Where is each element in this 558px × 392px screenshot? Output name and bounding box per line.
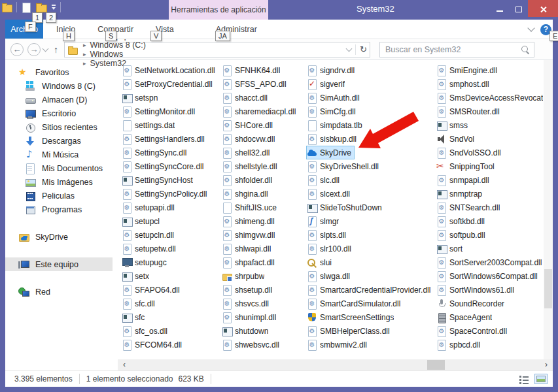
file-item[interactable]: shunimpl.dll bbox=[221, 310, 279, 324]
horizontal-scrollbar-thumb[interactable] bbox=[427, 360, 445, 370]
file-item[interactable]: shutdown bbox=[221, 324, 271, 338]
file-item[interactable]: ShiftJIS.uce bbox=[221, 201, 280, 214]
file-item[interactable]: SmiEngine.dll bbox=[436, 63, 500, 77]
sidebar-item[interactable]: Sitios recientes bbox=[5, 120, 113, 134]
file-item[interactable]: snmpapi.dll bbox=[436, 173, 493, 187]
file-item[interactable]: shacct.dll bbox=[221, 91, 271, 105]
file-item[interactable]: sisbkup.dll bbox=[306, 132, 360, 146]
breadcrumb-item[interactable]: ▸Windows bbox=[79, 50, 146, 59]
horizontal-scrollbar[interactable]: ‹ › bbox=[118, 359, 553, 370]
file-item[interactable]: setupcl bbox=[121, 214, 163, 228]
maximize-button[interactable] bbox=[509, 0, 528, 17]
file-item[interactable]: SpaceAgent bbox=[436, 310, 495, 324]
file-item[interactable]: SortWindows61.dll bbox=[436, 283, 517, 297]
sidebar-item[interactable]: Almacen (D) bbox=[5, 93, 113, 106]
file-item[interactable]: SettingSyncPolicy.dll bbox=[121, 187, 211, 201]
minimize-button[interactable] bbox=[490, 0, 509, 17]
large-icons-view-icon[interactable] bbox=[534, 374, 548, 384]
file-item[interactable]: sfc_os.dll bbox=[121, 324, 171, 338]
address-dropdown-chevron-icon[interactable] bbox=[346, 45, 353, 52]
file-item[interactable]: SHCore.dll bbox=[221, 118, 276, 132]
sidebar-item[interactable]: Escritorio bbox=[5, 106, 113, 120]
file-item[interactable]: settings.dat bbox=[121, 118, 178, 132]
breadcrumb-item[interactable]: ▸Windows 8 (C:) bbox=[79, 41, 146, 50]
file-item[interactable]: SnippingTool bbox=[436, 159, 498, 173]
file-item[interactable]: slwga.dll bbox=[306, 269, 353, 283]
sidebar-item[interactable]: Mis Documentos bbox=[5, 161, 113, 175]
file-item[interactable]: setupcln.dll bbox=[121, 228, 177, 242]
sidebar-item[interactable]: Red bbox=[5, 285, 113, 299]
file-item[interactable]: sigverif bbox=[306, 77, 348, 91]
file-item[interactable]: SmartCardSimulator.dll bbox=[306, 297, 404, 310]
file-item[interactable]: softkbd.dll bbox=[436, 214, 488, 228]
close-button[interactable] bbox=[528, 0, 558, 17]
scroll-left-icon[interactable]: ‹ bbox=[119, 359, 130, 370]
sidebar-item[interactable]: SkyDrive bbox=[5, 230, 113, 244]
file-item[interactable]: snmptrap bbox=[436, 187, 485, 201]
sidebar-item[interactable]: Programas bbox=[5, 203, 113, 216]
file-item[interactable]: sfc.dll bbox=[121, 297, 158, 310]
sidebar-item[interactable]: Descargas bbox=[5, 134, 113, 148]
file-item[interactable]: slpts.dll bbox=[306, 228, 349, 242]
sidebar-item[interactable]: Mi Música bbox=[5, 148, 113, 161]
file-item[interactable]: slr100.dll bbox=[306, 242, 355, 255]
file-item[interactable]: SMSRouter.dll bbox=[436, 105, 503, 118]
file-item[interactable]: SimCfg.dll bbox=[306, 105, 359, 118]
file-item[interactable]: SetNetworkLocation.dll bbox=[121, 63, 218, 77]
file-item[interactable]: SoundRecorder bbox=[436, 297, 508, 310]
file-item[interactable]: setupetw.dll bbox=[121, 242, 179, 255]
file-item[interactable]: slcext.dll bbox=[306, 187, 353, 201]
refresh-icon[interactable]: ↻ bbox=[360, 44, 367, 54]
forward-button[interactable]: → bbox=[27, 43, 41, 56]
file-item[interactable]: slui bbox=[306, 255, 335, 269]
file-item[interactable]: SortWindows6Compat.dll bbox=[436, 269, 541, 283]
file-item[interactable]: spbcd.dll bbox=[436, 338, 483, 351]
file-item[interactable]: SmartcardCredentialProvider.dll bbox=[306, 283, 434, 297]
file-item[interactable]: SkyDrive bbox=[306, 146, 355, 159]
vertical-scrollbar-thumb[interactable] bbox=[544, 269, 552, 308]
file-item[interactable]: SettingsHandlers.dll bbox=[121, 132, 208, 146]
file-item[interactable]: setupugc bbox=[121, 255, 170, 269]
file-item[interactable]: shrpubw bbox=[221, 269, 268, 283]
qat-properties-button[interactable] bbox=[20, 2, 32, 12]
file-item[interactable]: setx bbox=[121, 269, 152, 283]
recent-locations-chevron-icon[interactable] bbox=[43, 45, 49, 52]
file-item[interactable]: sfc bbox=[121, 310, 148, 324]
search-icon[interactable] bbox=[521, 45, 530, 54]
file-item[interactable]: sort bbox=[436, 242, 466, 255]
file-item[interactable]: SFCOM64.dll bbox=[121, 338, 185, 351]
file-item[interactable]: SNTSearch.dll bbox=[436, 201, 503, 214]
sidebar-item[interactable]: Peliculas bbox=[5, 189, 113, 203]
back-button[interactable]: ← bbox=[10, 43, 24, 56]
vertical-scrollbar[interactable] bbox=[544, 60, 553, 359]
file-item[interactable]: SFAPO64.dll bbox=[121, 283, 183, 297]
file-item[interactable]: SmartScreenSettings bbox=[306, 310, 397, 324]
file-item[interactable]: SettingSyncHost bbox=[121, 173, 196, 187]
qat-new-folder-button[interactable] bbox=[35, 2, 47, 12]
file-item[interactable]: SFNHK64.dll bbox=[221, 63, 283, 77]
file-item[interactable]: SettingMonitor.dll bbox=[121, 105, 198, 118]
file-item[interactable]: slc.dll bbox=[306, 173, 343, 187]
file-item[interactable]: SetProxyCredential.dll bbox=[121, 77, 216, 91]
file-item[interactable]: shgina.dll bbox=[221, 187, 271, 201]
file-item[interactable]: SimAuth.dll bbox=[306, 91, 363, 105]
sidebar-item[interactable]: Este equipo bbox=[5, 257, 113, 271]
details-view-icon[interactable] bbox=[519, 374, 529, 384]
file-item[interactable]: signdrv.dll bbox=[306, 63, 358, 77]
sidebar-item[interactable]: Mis Imágenes bbox=[5, 175, 113, 189]
file-item[interactable]: setupapi.dll bbox=[121, 201, 178, 214]
file-item[interactable]: softpub.dll bbox=[436, 228, 489, 242]
file-item[interactable]: simpdata.tlb bbox=[306, 118, 366, 132]
file-item[interactable]: shpafact.dll bbox=[221, 255, 278, 269]
file-item[interactable]: SndVolSSO.dll bbox=[436, 146, 504, 159]
file-item[interactable]: SFSS_APO.dll bbox=[221, 77, 290, 91]
file-item[interactable]: shdocvw.dll bbox=[221, 132, 278, 146]
file-item[interactable]: smss bbox=[436, 118, 471, 132]
file-item[interactable]: shell32.dll bbox=[221, 146, 273, 159]
file-item[interactable]: SmsDeviceAccessRevocation.dll bbox=[436, 91, 543, 105]
collapse-ribbon-chevron-icon[interactable] bbox=[527, 24, 534, 31]
file-item[interactable]: shsetup.dll bbox=[221, 283, 275, 297]
file-item[interactable]: shfolder.dll bbox=[221, 173, 275, 187]
file-item[interactable]: sharemediacpl.dll bbox=[221, 105, 299, 118]
search-input[interactable] bbox=[384, 44, 521, 55]
